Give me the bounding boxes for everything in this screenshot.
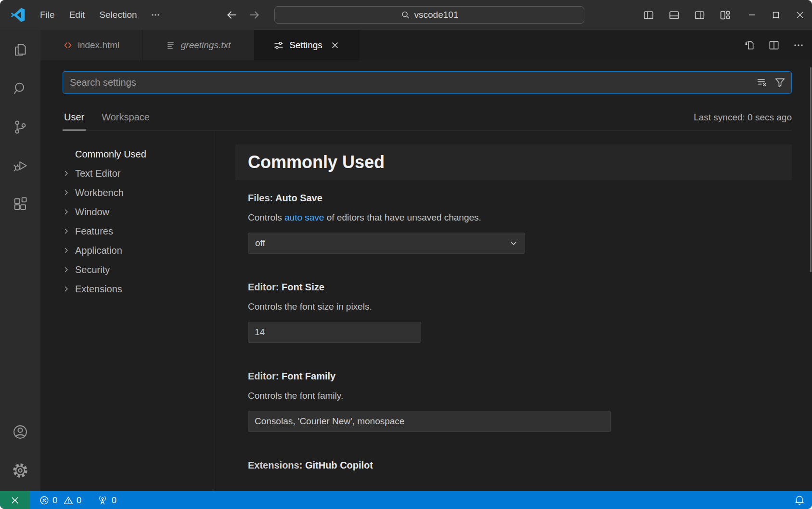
more-actions-icon[interactable] (793, 39, 804, 51)
close-button[interactable] (788, 0, 812, 30)
maximize-button[interactable] (764, 0, 788, 30)
select-value: off (255, 238, 265, 248)
tab-settings[interactable]: Settings (255, 30, 360, 60)
search-icon (400, 10, 410, 20)
close-tab-icon[interactable] (330, 40, 340, 51)
editor-area: index.html greetings.txt (40, 30, 812, 491)
toc-item-text-editor[interactable]: Text Editor (63, 164, 215, 183)
warning-icon (64, 496, 73, 505)
toc-item-application[interactable]: Application (63, 241, 215, 260)
toc-label: Application (75, 245, 122, 256)
run-debug-icon[interactable] (0, 146, 40, 185)
problems-indicator[interactable]: 0 0 (35, 491, 86, 509)
command-center-search[interactable]: vscode101 (274, 6, 584, 24)
toc-item-workbench[interactable]: Workbench (63, 183, 215, 202)
tab-bar: index.html greetings.txt (40, 30, 812, 60)
font-family-input[interactable] (248, 411, 611, 432)
explorer-icon[interactable] (0, 31, 40, 69)
toc-item-window[interactable]: Window (63, 202, 215, 222)
remote-icon (10, 495, 20, 506)
chevron-right-icon (63, 189, 75, 196)
window-controls (740, 0, 812, 30)
warning-count: 0 (77, 496, 81, 505)
extensions-icon[interactable] (0, 185, 40, 223)
vscode-logo-icon (11, 8, 25, 22)
auto-save-link[interactable]: auto save (284, 212, 324, 222)
section-heading-band: Commonly Used (235, 144, 792, 180)
filter-icon[interactable] (774, 77, 786, 89)
customize-layout-icon[interactable] (719, 9, 731, 21)
desc-text: of editors that have unsaved changes. (324, 212, 481, 222)
layout-controls (643, 9, 731, 21)
chevron-right-icon (63, 247, 75, 254)
toc-label: Security (75, 264, 110, 275)
minimize-button[interactable] (740, 0, 764, 30)
page-title: Commonly Used (248, 152, 385, 172)
settings-editor: User Workspace Last synced: 0 secs ago C… (40, 60, 812, 491)
setting-label: Auto Save (275, 193, 322, 203)
source-control-icon[interactable] (0, 108, 40, 146)
auto-save-select[interactable]: off (248, 233, 525, 254)
search-view-icon[interactable] (0, 69, 40, 108)
toc-label: Features (75, 226, 113, 237)
tab-index-html[interactable]: index.html (40, 30, 142, 60)
editor-actions (743, 30, 804, 60)
setting-label: GitHub Copilot (305, 460, 373, 470)
ports-count: 0 (112, 496, 116, 505)
tab-greetings-txt[interactable]: greetings.txt (142, 30, 255, 60)
chevron-down-icon (509, 239, 518, 248)
settings-scope-row: User Workspace Last synced: 0 secs ago (63, 94, 792, 131)
toc-label: Window (75, 207, 109, 218)
ports-indicator[interactable]: 0 (92, 491, 121, 509)
vscode-window: File Edit Selection (0, 0, 812, 509)
account-icon[interactable] (0, 413, 40, 451)
menu-bar: File Edit Selection (33, 6, 167, 24)
settings-search-input[interactable] (63, 71, 792, 94)
settings-gear-icon[interactable] (0, 451, 40, 490)
setting-title: Editor: Font Family (248, 371, 792, 382)
toggle-panel-icon[interactable] (668, 9, 680, 21)
settings-toc: Commonly Used Text Editor (63, 131, 215, 491)
error-icon (39, 496, 49, 505)
menu-file[interactable]: File (33, 6, 62, 24)
remote-indicator[interactable] (0, 491, 29, 509)
ports-icon (97, 495, 108, 506)
menu-edit[interactable]: Edit (62, 6, 92, 24)
back-icon[interactable] (225, 9, 238, 21)
setting-description: Controls the font family. (248, 391, 792, 401)
font-size-input[interactable] (248, 322, 421, 343)
settings-body: Commonly Used Text Editor (63, 131, 812, 491)
toc-label: Extensions (75, 284, 122, 295)
chevron-right-icon (63, 285, 75, 293)
setting-row-auto-save: Files: Auto Save Controls auto save of e… (248, 193, 792, 254)
workbench: index.html greetings.txt (0, 30, 812, 491)
editor-scrollbar[interactable] (810, 67, 812, 272)
toc-item-commonly-used[interactable]: Commonly Used (63, 144, 215, 164)
desc-text: Controls (248, 212, 284, 222)
toggle-sidebar-icon[interactable] (643, 9, 655, 21)
toc-label: Workbench (75, 187, 124, 198)
status-bar: 0 0 0 (0, 491, 812, 509)
toc-item-extensions[interactable]: Extensions (63, 279, 215, 299)
setting-description: Controls auto save of editors that have … (248, 212, 792, 223)
error-count: 0 (52, 496, 57, 505)
bell-icon (794, 495, 805, 506)
menu-selection[interactable]: Selection (92, 6, 144, 24)
open-settings-json-icon[interactable] (743, 39, 755, 52)
scope-tab-user[interactable]: User (63, 112, 86, 131)
scope-tab-workspace[interactable]: Workspace (100, 112, 151, 131)
menu-overflow-icon[interactable] (144, 6, 167, 24)
notifications[interactable] (794, 491, 812, 509)
split-editor-icon[interactable] (768, 39, 780, 52)
setting-title: Files: Auto Save (248, 193, 792, 204)
html-file-icon (63, 40, 73, 50)
forward-icon[interactable] (248, 9, 261, 21)
toc-item-security[interactable]: Security (63, 260, 215, 279)
toggle-secondary-sidebar-icon[interactable] (694, 9, 706, 21)
titlebar: File Edit Selection (0, 0, 812, 30)
setting-title: Extensions: GitHub Copilot (248, 460, 792, 471)
setting-category: Extensions: (248, 460, 305, 470)
toc-item-features[interactable]: Features (63, 222, 215, 241)
clear-search-icon[interactable] (756, 77, 768, 89)
setting-row-font-size: Editor: Font Size Controls the font size… (248, 282, 792, 343)
